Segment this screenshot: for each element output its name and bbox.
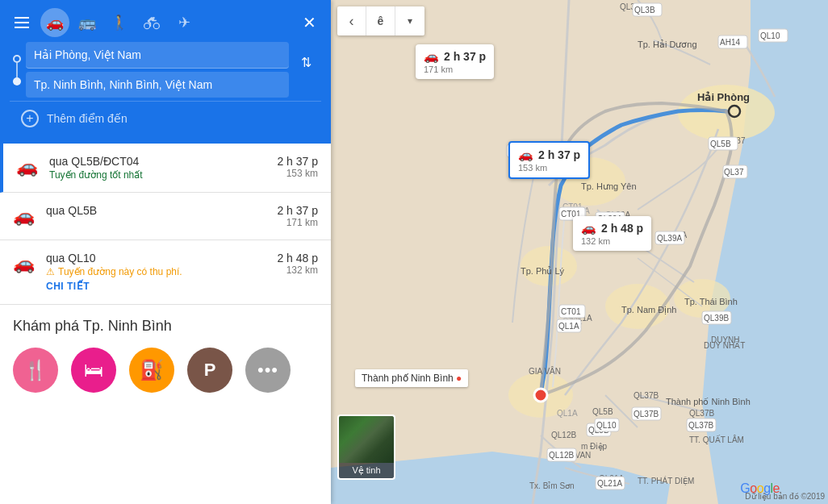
route-duration-1: 2 h 37 p <box>277 155 318 168</box>
route-option-1[interactable]: 🚗 qua QL5B/ĐCT04 Tuyến đường tốt nhất 2 … <box>0 144 331 193</box>
origin-input[interactable]: Hải Phòng, Việt Nam <box>26 42 289 69</box>
route-car-icon-2: 🚗 <box>13 206 35 227</box>
label-car-icon-2: 🚗 <box>518 148 533 162</box>
svg-text:Tp. Hưng Yên: Tp. Hưng Yên <box>581 181 637 191</box>
route-warning-3: ⚠ Tuyến đường này có thu phí. <box>46 266 266 277</box>
destination-dot <box>13 77 21 85</box>
hamburger-menu[interactable] <box>10 10 34 35</box>
explore-more[interactable]: ••• <box>245 348 291 393</box>
transport-bike[interactable] <box>137 8 166 37</box>
map-mode-dropdown[interactable]: ▾ <box>395 6 424 35</box>
warning-text: Tuyến đường này có thu phí. <box>58 266 182 277</box>
route-info-2: qua QL5B <box>46 204 266 217</box>
warning-icon: ⚠ <box>46 266 55 277</box>
label-duration-2: 2 h 37 p <box>538 148 580 161</box>
label-distance-3: 132 km <box>581 236 610 246</box>
map-background: QL3B AH14 QL10 QL5B QL37 QL39A QL39A QL3… <box>331 0 828 504</box>
route-option-2[interactable]: 🚗 qua QL5B 2 h 37 p 171 km <box>0 193 331 240</box>
route-info-3: qua QL10 ⚠ Tuyến đường này có thu phí. C… <box>46 252 266 293</box>
svg-text:QL37B: QL37B <box>634 391 659 400</box>
transport-flight[interactable]: ✈ <box>169 8 199 37</box>
close-button[interactable]: ✕ <box>297 10 321 35</box>
svg-text:QL37B: QL37B <box>688 421 713 430</box>
svg-text:QL37: QL37 <box>724 168 744 177</box>
svg-text:AH14: AH14 <box>720 38 740 47</box>
transport-transit[interactable]: 🚌 <box>73 8 102 37</box>
svg-text:Tp. Nam Định: Tp. Nam Định <box>621 305 676 315</box>
satellite-thumbnail[interactable]: Vệ tinh <box>337 414 395 480</box>
left-panel: 🚗 🚌 🚶 ✈ ✕ Hải Phòng, Việt Nam Tp. Ninh B… <box>0 0 331 504</box>
origin-dot <box>13 55 21 63</box>
transport-walk[interactable]: 🚶 <box>105 8 134 37</box>
route-best-1: Tuyến đường tốt nhất <box>49 169 266 181</box>
route-via-1: qua QL5B/ĐCT04 <box>49 155 266 168</box>
route-distance-3: 132 km <box>277 264 318 276</box>
svg-text:QL21A: QL21A <box>597 479 622 488</box>
explore-icons: 🍴 🛏 ⛽ P ••• <box>13 348 318 393</box>
label-duration-1: 2 h 37 p <box>444 50 486 63</box>
svg-text:DUY NHẤT: DUY NHẤT <box>704 340 745 350</box>
svg-text:Thành phố Ninh Bình: Thành phố Ninh Bình <box>666 397 751 406</box>
svg-point-38 <box>534 389 547 402</box>
route-car-icon-3: 🚗 <box>13 253 35 274</box>
label-car-icon-1: 🚗 <box>424 49 439 64</box>
route-info-1: qua QL5B/ĐCT04 Tuyến đường tốt nhất <box>49 155 266 181</box>
svg-text:Tx. Bỉm Sơn: Tx. Bỉm Sơn <box>529 481 575 490</box>
route-map-label-3[interactable]: 🚗 2 h 48 p 132 km <box>573 216 651 251</box>
svg-text:TT. QUẤT LÂM: TT. QUẤT LÂM <box>689 435 744 444</box>
svg-text:m Điệp: m Điệp <box>581 442 608 451</box>
header-section: 🚗 🚌 🚶 ✈ ✕ Hải Phòng, Việt Nam Tp. Ninh B… <box>0 0 331 144</box>
route-via-2: qua QL5B <box>46 204 266 217</box>
map-mode-e[interactable]: ê <box>366 6 395 35</box>
explore-parking[interactable]: P <box>187 348 232 393</box>
svg-text:QL10: QL10 <box>760 31 780 40</box>
label-car-icon-3: 🚗 <box>581 221 596 235</box>
route-via-3: qua QL10 <box>46 252 266 264</box>
route-map-label-1[interactable]: 🚗 2 h 37 p 171 km <box>416 44 494 79</box>
map-section: QL3B AH14 QL10 QL5B QL37 QL39A QL39A QL3… <box>331 0 828 504</box>
route-meta-3: 2 h 48 p 132 km <box>277 252 318 276</box>
svg-text:QL37B: QL37B <box>634 410 659 419</box>
svg-text:QL12B: QL12B <box>551 431 576 439</box>
route-duration-3: 2 h 48 p <box>277 252 318 264</box>
route-map-label-2[interactable]: 🚗 2 h 37 p 153 km <box>508 141 590 179</box>
route-distance-2: 171 km <box>277 217 318 228</box>
route-duration-2: 2 h 37 p <box>277 204 318 217</box>
svg-text:Tp. Thái Bình: Tp. Thái Bình <box>684 297 738 306</box>
svg-text:QL1A: QL1A <box>557 409 578 418</box>
route-option-3[interactable]: 🚗 qua QL10 ⚠ Tuyến đường này có thu phí.… <box>0 240 331 305</box>
svg-text:CT01: CT01 <box>561 307 581 316</box>
explore-hotel[interactable]: 🛏 <box>71 348 116 393</box>
route-detail-link[interactable]: CHI TIẾT <box>46 281 90 292</box>
svg-text:QL39B: QL39B <box>704 314 729 323</box>
destination-input[interactable]: Tp. Ninh Bình, Ninh Bình, Việt Nam <box>26 72 289 98</box>
satellite-label: Vệ tinh <box>337 463 395 480</box>
label-duration-3: 2 h 48 p <box>601 222 643 235</box>
svg-text:QL10: QL10 <box>596 421 617 430</box>
svg-text:TT. PHÁT DIỆM: TT. PHÁT DIỆM <box>638 476 694 485</box>
transport-mode-selector: 🚗 🚌 🚶 ✈ <box>40 8 297 37</box>
route-car-icon-1: 🚗 <box>16 156 38 177</box>
add-icon: + <box>21 110 39 127</box>
route-inputs: Hải Phòng, Việt Nam Tp. Ninh Bình, Ninh … <box>10 42 321 98</box>
explore-title: Khám phá Tp. Ninh Bình <box>13 318 318 335</box>
map-controls: ‹ ê ▾ <box>337 6 424 35</box>
header-top: 🚗 🚌 🚶 ✈ ✕ <box>10 8 321 37</box>
destination-label: Thành phố Ninh Bình ● <box>355 369 468 387</box>
add-destination-row[interactable]: + Thêm điểm đến <box>10 101 321 135</box>
back-button[interactable]: ‹ <box>337 6 366 35</box>
label-distance-2: 153 km <box>518 163 547 173</box>
explore-gas[interactable]: ⛽ <box>129 348 174 393</box>
satellite-image <box>337 414 395 463</box>
svg-text:Tp. Hải Dương: Tp. Hải Dương <box>638 40 697 49</box>
svg-text:QL12B: QL12B <box>549 451 574 460</box>
swap-button[interactable]: ⇅ <box>294 50 318 74</box>
explore-restaurant[interactable]: 🍴 <box>13 348 58 393</box>
map-copyright: Dữ liệu bản đồ ©2019 <box>745 492 825 501</box>
svg-text:Hải Phòng: Hải Phòng <box>697 91 750 103</box>
svg-text:Tp. Phủ Lý: Tp. Phủ Lý <box>521 266 565 276</box>
svg-text:QL5B: QL5B <box>710 140 731 148</box>
route-meta-1: 2 h 37 p 153 km <box>277 155 318 179</box>
add-destination-label: Thêm điểm đến <box>47 112 128 125</box>
transport-drive[interactable]: 🚗 <box>40 8 69 37</box>
